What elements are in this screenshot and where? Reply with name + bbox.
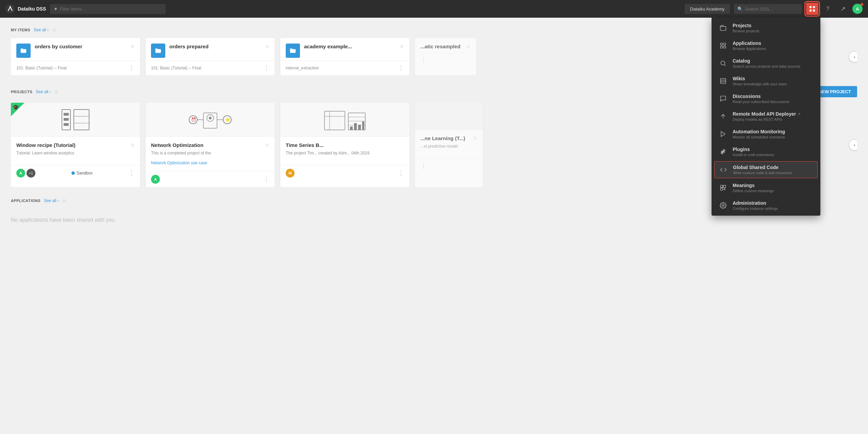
- applications-see-all[interactable]: See all ›: [44, 198, 59, 203]
- corner-icon-1: 🎓: [12, 104, 19, 111]
- my-items-star[interactable]: ☆: [52, 27, 56, 33]
- project-star-4[interactable]: ☆: [473, 135, 478, 141]
- card-menu-4[interactable]: ⋮: [420, 56, 427, 64]
- project-star-2[interactable]: ☆: [265, 142, 269, 148]
- projects-scroll-right[interactable]: ›: [849, 139, 857, 150]
- menu-icon-projects: [718, 23, 728, 33]
- window-recipe-thumb: [55, 106, 96, 133]
- card-star-3[interactable]: ☆: [400, 44, 404, 49]
- project-menu-1[interactable]: ⋮: [129, 169, 135, 177]
- menu-item-applications[interactable]: Applications Browse Applications: [712, 37, 820, 54]
- folder-icon-1: [16, 44, 31, 58]
- analytics-button[interactable]: ↗: [837, 3, 848, 14]
- svg-rect-7: [64, 113, 69, 116]
- help-button[interactable]: ?: [822, 3, 833, 14]
- svg-rect-32: [720, 27, 726, 31]
- menu-item-plugins[interactable]: Plugins Install or craft extensions: [712, 143, 820, 161]
- svg-rect-4: [809, 10, 812, 12]
- filter-box[interactable]: ▼: [50, 4, 166, 14]
- search-icon: 🔍: [737, 6, 743, 12]
- svg-point-1: [10, 6, 11, 7]
- menu-item-meanings[interactable]: Meanings Define custom meanings: [712, 179, 820, 197]
- my-item-card-1[interactable]: orders by customer ☆ 101: Basic (Tutoria…: [11, 38, 140, 75]
- menu-item-projects[interactable]: Projects Browse projects: [712, 19, 820, 37]
- menu-text-meanings: Meanings Define custom meanings: [733, 183, 814, 193]
- project-menu-2[interactable]: ⋮: [263, 176, 269, 183]
- svg-marker-41: [721, 132, 725, 137]
- card-title-3: academy example...: [304, 44, 396, 49]
- no-apps-message: No applications have been shared with yo…: [11, 203, 115, 236]
- menu-text-automation: Automation Monitoring Monitor all schedu…: [733, 129, 814, 139]
- card-subtitle-3: interval_extraction: [286, 66, 319, 70]
- project-star-1[interactable]: ☆: [130, 142, 135, 148]
- project-thumbnail-4: [415, 103, 483, 130]
- project-menu-3[interactable]: ⋮: [398, 169, 404, 177]
- menu-item-automation[interactable]: Automation Monitoring Monitor all schedu…: [712, 125, 820, 143]
- menu-item-discussions[interactable]: Discussions Read your subscribed discuss…: [712, 90, 820, 107]
- svg-point-47: [722, 205, 724, 206]
- svg-point-0: [5, 4, 15, 14]
- project-card-1[interactable]: 🎓 Window recipe (Tutorial) ☆ Tutorial: [11, 103, 140, 187]
- avatar[interactable]: A: [852, 4, 863, 14]
- app-title: Dataiku DSS: [18, 6, 46, 12]
- project-card-2[interactable]: ⏰ ⭐ Network Optimization ☆ This is a com…: [146, 103, 275, 187]
- card-star-1[interactable]: ☆: [130, 44, 135, 49]
- my-item-card-2[interactable]: orders prepared ☆ 101: Basic (Tutorial) …: [146, 38, 275, 75]
- menu-text-projects: Projects Browse projects: [733, 23, 814, 33]
- card-title-4: ...atic resampled: [420, 44, 462, 49]
- search-box[interactable]: 🔍: [734, 4, 802, 14]
- svg-rect-8: [64, 118, 69, 121]
- menu-item-catalog[interactable]: Catalog Search across projects and data …: [712, 54, 820, 72]
- card-star-2[interactable]: ☆: [265, 44, 269, 49]
- my-item-card-4[interactable]: ...atic resampled ☆ ⋮: [415, 38, 476, 75]
- search-input[interactable]: [745, 4, 799, 14]
- time-series-thumb: [321, 106, 369, 133]
- folder-icon-3: [286, 44, 300, 58]
- svg-rect-44: [721, 188, 723, 190]
- menu-text-discussions: Discussions Read your subscribed discuss…: [733, 94, 814, 104]
- card-menu-2[interactable]: ⋮: [263, 64, 269, 72]
- grid-menu-button[interactable]: [806, 3, 818, 15]
- card-menu-1[interactable]: ⋮: [129, 64, 135, 72]
- my-item-card-3[interactable]: academy example... ☆ interval_extraction…: [280, 38, 410, 75]
- project-card-4[interactable]: ...ne Learning (T...) ☆ ...st predictive…: [415, 103, 483, 187]
- project-card-3[interactable]: Time Series B... The project Tim... crea…: [280, 103, 410, 187]
- svg-text:⏰: ⏰: [191, 117, 196, 122]
- menu-icon-automation: [718, 129, 728, 139]
- svg-rect-43: [723, 185, 726, 188]
- svg-rect-34: [724, 43, 726, 45]
- project-env-1: Sandbox: [71, 171, 93, 176]
- menu-icon-plugins: [718, 147, 728, 156]
- folder-icon-2: [151, 44, 165, 58]
- menu-icon-catalog: [718, 59, 728, 68]
- card-menu-3[interactable]: ⋮: [398, 64, 404, 72]
- project-thumbnail-3: [280, 103, 410, 137]
- menu-text-plugins: Plugins Install or craft extensions: [733, 147, 814, 157]
- svg-rect-30: [358, 125, 361, 130]
- menu-item-wikis[interactable]: Wikis Share knowledge with your team: [712, 72, 820, 90]
- project-menu-4[interactable]: ⋮: [420, 162, 427, 169]
- projects-star[interactable]: ☆: [54, 89, 59, 95]
- svg-rect-2: [809, 6, 812, 8]
- logo[interactable]: Dataiku DSS: [5, 4, 46, 14]
- projects-see-all[interactable]: See all ›: [36, 89, 51, 94]
- menu-item-remote-model[interactable]: Remote Model API Deployer ↗ Deploy model…: [712, 107, 820, 125]
- menu-item-administration[interactable]: Administration Configure instance settin…: [712, 197, 820, 214]
- project-title-2: Network Optimization: [151, 142, 203, 148]
- svg-rect-38: [721, 79, 726, 84]
- svg-rect-29: [354, 123, 357, 130]
- filter-input[interactable]: [60, 4, 162, 14]
- menu-icon-remote-model: [718, 112, 728, 121]
- grid-icon: [809, 6, 815, 12]
- project-link-2[interactable]: Network Optimization use case: [151, 161, 207, 165]
- card-star-4[interactable]: ☆: [466, 44, 471, 49]
- applications-star[interactable]: ☆: [62, 198, 67, 203]
- my-items-scroll-right[interactable]: ›: [849, 51, 857, 62]
- academy-button[interactable]: Dataiku Academy: [685, 4, 730, 14]
- menu-item-global-shared-code[interactable]: Global Shared Code Write custom code & a…: [714, 161, 818, 178]
- notification-dot: [861, 3, 863, 6]
- network-opt-thumb: ⏰ ⭐: [186, 106, 234, 133]
- my-items-see-all[interactable]: See all ›: [34, 28, 49, 32]
- menu-text-catalog: Catalog Search across projects and data …: [733, 58, 814, 68]
- menu-icon-administration: [718, 201, 728, 210]
